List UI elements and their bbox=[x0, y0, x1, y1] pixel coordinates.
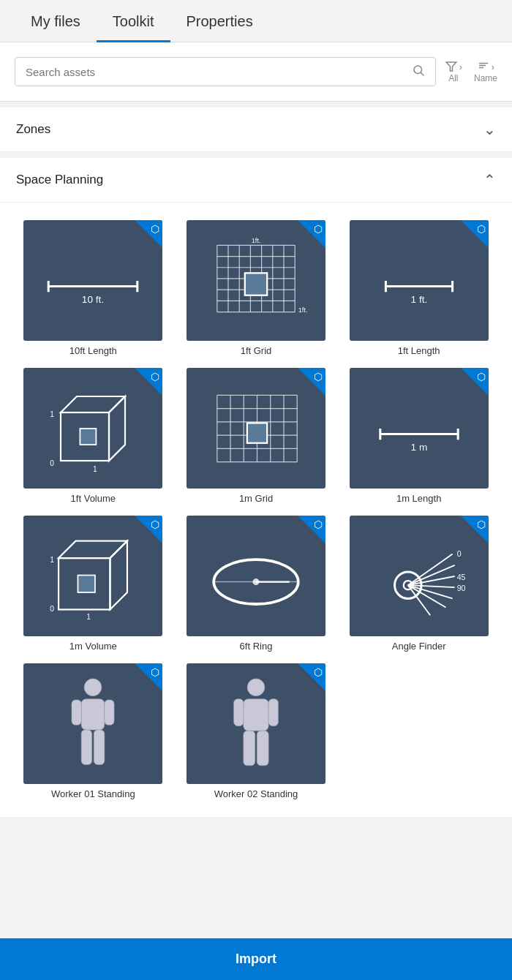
scroll-area: Zones ⌄ Space Planning ⌃ ⬡ bbox=[0, 108, 512, 938]
svg-text:0: 0 bbox=[50, 605, 55, 613]
cube-icon: ⬡ bbox=[151, 371, 159, 382]
svg-marker-34 bbox=[109, 396, 125, 461]
search-icon bbox=[412, 64, 425, 80]
zones-title: Zones bbox=[16, 122, 50, 137]
zones-section: Zones ⌄ bbox=[0, 108, 512, 152]
svg-text:1ft.: 1ft. bbox=[252, 237, 261, 244]
asset-thumb-1ft-grid: ⬡ bbox=[187, 220, 325, 341]
svg-text:90: 90 bbox=[456, 583, 465, 592]
search-input[interactable] bbox=[26, 66, 406, 78]
asset-thumb-1m-length: ⬡ 1 m bbox=[350, 368, 489, 489]
filter-controls: › All › Name bbox=[445, 60, 497, 83]
asset-1m-grid[interactable]: ⬡ bbox=[175, 362, 338, 510]
asset-thumb-worker-02: ⬡ bbox=[187, 663, 325, 784]
svg-text:1: 1 bbox=[50, 555, 55, 563]
svg-line-1 bbox=[421, 72, 423, 75]
svg-text:0: 0 bbox=[456, 549, 461, 557]
asset-thumb-1m-volume: ⬡ 1 0 1 bbox=[23, 516, 162, 636]
svg-rect-84 bbox=[81, 729, 92, 764]
search-box[interactable] bbox=[15, 57, 436, 86]
cube-icon: ⬡ bbox=[477, 223, 486, 235]
asset-10ft-length[interactable]: ⬡ 10 ft. 10ft Length bbox=[12, 214, 175, 362]
sort-label: Name bbox=[474, 73, 497, 83]
svg-text:45: 45 bbox=[456, 572, 465, 581]
cube-icon: ⬡ bbox=[151, 223, 159, 235]
zones-chevron: ⌄ bbox=[483, 121, 496, 138]
asset-thumb-10ft-length: ⬡ 10 ft. bbox=[23, 220, 162, 341]
asset-1m-length[interactable]: ⬡ 1 m 1m Length bbox=[337, 362, 500, 510]
cube-icon: ⬡ bbox=[477, 371, 486, 382]
asset-label-worker-01: Worker 01 Standing bbox=[51, 788, 135, 799]
svg-rect-90 bbox=[244, 731, 255, 766]
cube-icon: ⬡ bbox=[151, 519, 159, 530]
cube-icon: ⬡ bbox=[314, 223, 323, 235]
svg-rect-91 bbox=[257, 731, 268, 766]
asset-label-6ft-ring: 6ft Ring bbox=[240, 641, 273, 652]
tab-toolkit[interactable]: Toolkit bbox=[97, 0, 170, 42]
asset-1ft-volume[interactable]: ⬡ 1 0 bbox=[12, 362, 175, 510]
space-planning-header[interactable]: Space Planning ⌃ bbox=[0, 158, 512, 203]
asset-thumb-1ft-volume: ⬡ 1 0 bbox=[23, 368, 162, 489]
filter-label: All bbox=[448, 73, 458, 83]
asset-1ft-length[interactable]: ⬡ 1 ft. 1ft Length bbox=[337, 214, 500, 362]
svg-rect-87 bbox=[244, 698, 268, 731]
asset-worker-01[interactable]: ⬡ bbox=[12, 657, 175, 805]
asset-label-1m-volume: 1m Volume bbox=[69, 641, 117, 652]
svg-text:1 ft.: 1 ft. bbox=[410, 294, 427, 305]
svg-marker-59 bbox=[110, 540, 127, 609]
asset-label-10ft-length: 10ft Length bbox=[69, 345, 117, 356]
space-planning-title: Space Planning bbox=[16, 173, 103, 187]
space-planning-section: Space Planning ⌃ ⬡ 10 ft. bbox=[0, 158, 512, 817]
svg-rect-25 bbox=[245, 273, 267, 295]
svg-text:1: 1 bbox=[87, 612, 91, 620]
asset-grid: ⬡ 10 ft. 10ft Length ⬡ bbox=[0, 203, 512, 817]
filter-button[interactable]: › All bbox=[445, 60, 462, 83]
svg-text:1: 1 bbox=[93, 464, 97, 472]
svg-marker-2 bbox=[446, 62, 456, 71]
asset-thumb-worker-01: ⬡ bbox=[23, 663, 162, 784]
sort-button[interactable]: › Name bbox=[474, 60, 497, 83]
cube-icon: ⬡ bbox=[477, 519, 486, 530]
asset-thumb-angle-finder: ⬡ bbox=[350, 516, 489, 636]
svg-rect-89 bbox=[268, 698, 278, 725]
svg-line-76 bbox=[407, 585, 429, 615]
asset-worker-02[interactable]: ⬡ W bbox=[175, 657, 338, 805]
svg-text:1 m: 1 m bbox=[410, 442, 427, 453]
import-button[interactable]: Import bbox=[0, 938, 512, 980]
asset-1ft-grid[interactable]: ⬡ bbox=[175, 214, 338, 362]
search-row: › All › Name bbox=[15, 57, 497, 86]
svg-point-86 bbox=[247, 678, 265, 696]
svg-rect-60 bbox=[78, 575, 95, 592]
cube-icon: ⬡ bbox=[314, 666, 323, 678]
svg-marker-58 bbox=[59, 540, 127, 557]
tab-properties[interactable]: Properties bbox=[170, 0, 269, 42]
tab-my-files[interactable]: My files bbox=[15, 0, 97, 42]
svg-rect-83 bbox=[105, 700, 114, 725]
asset-label-1ft-length: 1ft Length bbox=[398, 345, 440, 356]
svg-rect-52 bbox=[247, 423, 267, 442]
asset-label-1ft-grid: 1ft Grid bbox=[241, 345, 272, 356]
svg-marker-33 bbox=[61, 396, 125, 412]
zones-header[interactable]: Zones ⌄ bbox=[0, 108, 512, 152]
asset-label-worker-02: Worker 02 Standing bbox=[214, 788, 298, 799]
svg-rect-88 bbox=[234, 698, 244, 725]
svg-point-80 bbox=[84, 678, 102, 696]
asset-angle-finder[interactable]: ⬡ bbox=[337, 510, 500, 657]
svg-text:0: 0 bbox=[50, 459, 55, 467]
asset-label-1m-grid: 1m Grid bbox=[239, 493, 273, 504]
asset-thumb-1ft-length: ⬡ 1 ft. bbox=[350, 220, 489, 341]
space-planning-chevron: ⌃ bbox=[483, 171, 496, 189]
asset-label-1ft-volume: 1ft Volume bbox=[71, 493, 116, 504]
tab-bar: My files Toolkit Properties bbox=[0, 0, 512, 42]
svg-rect-81 bbox=[81, 698, 105, 729]
asset-thumb-6ft-ring: ⬡ bbox=[187, 516, 325, 636]
svg-rect-35 bbox=[80, 429, 97, 445]
asset-1m-volume[interactable]: ⬡ 1 0 1 1m Volume bbox=[12, 510, 175, 657]
asset-6ft-ring[interactable]: ⬡ 6ft Ring bbox=[175, 510, 338, 657]
asset-thumb-1m-grid: ⬡ bbox=[187, 368, 325, 489]
cube-icon: ⬡ bbox=[314, 371, 323, 382]
svg-rect-85 bbox=[94, 729, 105, 764]
main-content: › All › Name bbox=[0, 42, 512, 980]
svg-text:1: 1 bbox=[50, 410, 55, 418]
cube-icon: ⬡ bbox=[314, 519, 323, 530]
